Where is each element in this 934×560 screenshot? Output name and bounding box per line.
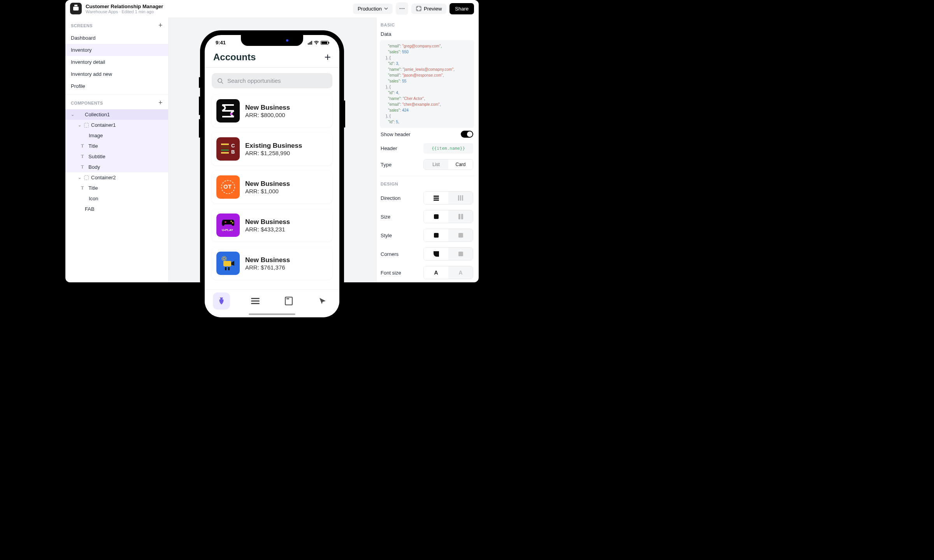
- show-header-label: Show header: [381, 131, 411, 137]
- size-small[interactable]: [424, 210, 448, 223]
- add-screen-button[interactable]: +: [158, 21, 163, 30]
- tab-navigate[interactable]: [314, 292, 331, 310]
- signal-icon: [308, 41, 312, 45]
- search-icon: [217, 78, 223, 84]
- corners-square[interactable]: [448, 248, 473, 260]
- svg-point-4: [316, 44, 317, 44]
- tree-collection1[interactable]: ⌄ Collection1: [65, 109, 168, 120]
- search-input[interactable]: Search opportunities: [212, 73, 332, 88]
- container-icon: [84, 123, 89, 128]
- tree-body[interactable]: T Body: [65, 162, 168, 172]
- account-title: New Business: [245, 256, 290, 264]
- account-card[interactable]: New BusinessARR: $800,000: [212, 94, 332, 127]
- account-logo: OT: [216, 175, 240, 199]
- battery-icon: [321, 41, 328, 45]
- type-option-list[interactable]: List: [424, 159, 448, 170]
- size-large[interactable]: [448, 210, 473, 223]
- direction-horizontal[interactable]: [424, 192, 448, 204]
- tree-icon[interactable]: Icon: [65, 193, 168, 204]
- svg-point-17: [232, 222, 234, 224]
- topbar: Customer Relationship Manager Warehouse …: [65, 0, 479, 18]
- svg-point-2: [404, 8, 405, 9]
- chevron-down-icon: ⌄: [78, 122, 82, 128]
- screen-item-dashboard[interactable]: Dashboard: [65, 32, 168, 44]
- screens-section-title: SCREENS: [71, 23, 93, 28]
- app-subtitle: Warehouse Apps · Edited 1 min ago: [86, 9, 163, 14]
- account-card[interactable]: U•PLAYNew BusinessARR: $433,231: [212, 209, 332, 242]
- tree-title[interactable]: T Title: [65, 141, 168, 151]
- direction-label: Direction: [381, 195, 400, 201]
- direction-vertical[interactable]: [448, 192, 473, 204]
- data-label: Data: [380, 30, 474, 38]
- account-card[interactable]: CBExisting BusinessARR: $1,258,990: [212, 133, 332, 165]
- svg-point-6: [230, 113, 232, 115]
- status-time: 9:41: [216, 40, 226, 46]
- svg-rect-22: [225, 267, 226, 270]
- tab-menu[interactable]: [247, 292, 264, 310]
- account-card[interactable]: New BusinessARR: $761,376: [212, 247, 332, 280]
- app-title: Customer Relationship Manager: [86, 4, 163, 9]
- screen-item-inventory-detail[interactable]: Inventory detail: [65, 56, 168, 68]
- tab-document[interactable]: [280, 292, 297, 310]
- fontsize-normal[interactable]: A: [424, 266, 448, 279]
- header-value-field[interactable]: {{item.name}}: [423, 143, 473, 154]
- tree-fab[interactable]: FAB: [65, 204, 168, 214]
- svg-point-15: [225, 221, 226, 223]
- account-logo: [216, 252, 240, 275]
- chevron-down-icon: [384, 7, 388, 10]
- svg-rect-7: [221, 144, 229, 145]
- account-card[interactable]: OTNew BusinessARR: $1,000: [212, 171, 332, 203]
- show-header-toggle[interactable]: [461, 131, 473, 138]
- account-title: New Business: [245, 180, 290, 188]
- corners-rounded[interactable]: [424, 248, 448, 260]
- account-arr: ARR: $1,000: [245, 188, 290, 194]
- preview-icon: [416, 6, 421, 11]
- properties-panel: BASIC Data "email": "greg@company.com", …: [376, 0, 479, 282]
- tab-money[interactable]: [213, 292, 230, 310]
- design-section-title: DESIGN: [380, 179, 474, 189]
- add-component-button[interactable]: +: [158, 99, 163, 107]
- style-outlined[interactable]: [448, 229, 473, 242]
- screen-item-profile[interactable]: Profile: [65, 80, 168, 92]
- tree-subtitle[interactable]: T Subtitle: [65, 151, 168, 162]
- svg-rect-3: [416, 6, 421, 11]
- add-account-button[interactable]: +: [325, 51, 331, 63]
- more-options-button[interactable]: [396, 2, 408, 15]
- data-code-block[interactable]: "email": "greg@company.com", "sales": 55…: [380, 40, 474, 128]
- chevron-down-icon: ⌄: [78, 175, 82, 180]
- style-filled[interactable]: [424, 229, 448, 242]
- text-icon: T: [81, 154, 84, 159]
- account-logo: [216, 99, 240, 122]
- svg-point-21: [222, 256, 226, 261]
- share-button[interactable]: Share: [449, 3, 474, 14]
- account-arr: ARR: $433,231: [245, 226, 290, 233]
- fontsize-large[interactable]: A: [448, 266, 473, 279]
- svg-rect-9: [221, 149, 229, 151]
- tree-title2[interactable]: T Title: [65, 183, 168, 193]
- phone-notch: [241, 35, 303, 46]
- text-icon: T: [81, 143, 84, 149]
- preview-button[interactable]: Preview: [411, 4, 446, 14]
- device-preview: 9:41 Accounts + Search opportunities New…: [200, 30, 344, 322]
- type-label: Type: [381, 162, 392, 168]
- svg-rect-25: [251, 300, 260, 301]
- account-arr: ARR: $761,376: [245, 264, 290, 271]
- tree-container2[interactable]: ⌄ Container2: [65, 172, 168, 183]
- account-logo: CB: [216, 137, 240, 161]
- home-indicator: [249, 313, 295, 315]
- text-icon: T: [81, 164, 84, 170]
- corners-label: Corners: [381, 251, 399, 257]
- svg-text:OT: OT: [223, 183, 232, 190]
- svg-text:C: C: [231, 143, 235, 149]
- type-option-card[interactable]: Card: [448, 159, 473, 170]
- environment-dropdown[interactable]: Production: [353, 4, 393, 14]
- tree-image[interactable]: Image: [65, 130, 168, 141]
- fontsize-label: Font size: [381, 270, 401, 276]
- container-icon: [84, 175, 89, 180]
- svg-point-20: [223, 257, 225, 260]
- tree-container1[interactable]: ⌄ Container1: [65, 120, 168, 130]
- svg-text:B: B: [231, 149, 235, 155]
- screen-item-inventory[interactable]: Inventory: [65, 44, 168, 56]
- screen-item-inventory-add[interactable]: Inventory add new: [65, 68, 168, 80]
- svg-rect-28: [286, 298, 289, 299]
